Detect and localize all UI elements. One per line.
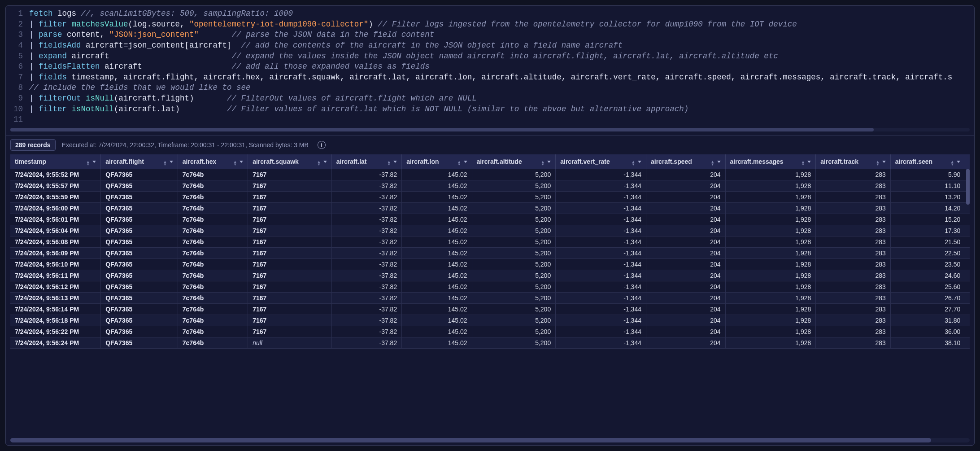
chevron-down-icon[interactable] [717,161,721,163]
cell-squawk: 7167 [248,247,332,258]
column-header-squawk[interactable]: aircraft.squawk▲▼ [248,154,332,169]
chevron-down-icon[interactable] [957,161,960,163]
code-line[interactable]: | fieldsAdd aircraft=json_content[aircra… [29,40,969,51]
sort-icon[interactable]: ▲▼ [163,161,167,166]
results-table-scroll[interactable]: timestamp▲▼aircraft.flight▲▼aircraft.hex… [10,154,970,436]
cell-vert_rate: -1,344 [556,236,646,247]
table-row[interactable]: 7/24/2024, 9:56:13 PMQFA73657c764b7167-3… [10,292,970,303]
cell-squawk: 7167 [248,270,332,281]
chevron-down-icon[interactable] [464,161,467,163]
record-count-pill[interactable]: 289 records [10,139,56,151]
column-header-hex[interactable]: aircraft.hex▲▼ [178,154,248,169]
code-line[interactable]: | expand aircraft // expand the values i… [29,51,969,62]
token-cmt: //, scanLimitGBytes: 500, samplingRatio:… [81,9,293,18]
cell-track: 283 [816,247,890,258]
chevron-down-icon[interactable] [393,161,397,163]
sort-icon[interactable]: ▲▼ [801,161,805,166]
column-header-speed[interactable]: aircraft.speed▲▼ [646,154,725,169]
column-label: aircraft.lon [406,158,439,165]
line-number: 5 [6,51,23,62]
chevron-down-icon[interactable] [638,161,641,163]
cell-track: 283 [816,180,890,191]
code-line[interactable]: | parse content, "JSON:json_content" // … [29,30,969,40]
table-row[interactable]: 7/24/2024, 9:56:18 PMQFA73657c764b7167-3… [10,315,970,326]
sort-icon[interactable]: ▲▼ [317,161,321,166]
table-row[interactable]: 7/24/2024, 9:56:11 PMQFA73657c764b7167-3… [10,270,970,281]
column-header-lon[interactable]: aircraft.lon▲▼ [402,154,472,169]
table-row[interactable]: 7/24/2024, 9:56:04 PMQFA73657c764b7167-3… [10,225,970,236]
code-line[interactable]: | filter matchesValue(log.source, "opent… [29,19,969,30]
table-row[interactable]: 7/24/2024, 9:56:08 PMQFA73657c764b7167-3… [10,236,970,247]
info-icon[interactable]: i [318,141,326,149]
cell-speed: 204 [646,281,725,292]
column-header-seen[interactable]: aircraft.seen▲▼ [890,154,965,169]
sort-icon[interactable]: ▲▼ [950,161,954,166]
column-header-altitude[interactable]: aircraft.altitude▲▼ [472,154,556,169]
code-line[interactable] [29,114,969,125]
table-row[interactable]: 7/24/2024, 9:56:14 PMQFA73657c764b7167-3… [10,303,970,315]
table-row[interactable]: 7/24/2024, 9:55:57 PMQFA73657c764b7167-3… [10,180,970,191]
cell-flight: QFA7365 [101,225,178,236]
table-row[interactable]: 7/24/2024, 9:55:59 PMQFA73657c764b7167-3… [10,191,970,202]
column-header-extra[interactable]: airc [965,154,970,169]
chevron-down-icon[interactable] [807,161,811,163]
chevron-down-icon[interactable] [547,161,551,163]
chevron-down-icon[interactable] [170,161,173,163]
table-row[interactable]: 7/24/2024, 9:56:01 PMQFA73657c764b7167-3… [10,214,970,225]
editor-scrollbar-thumb[interactable] [10,128,874,131]
table-row[interactable]: 7/24/2024, 9:56:00 PMQFA73657c764b7167-3… [10,202,970,214]
chevron-down-icon[interactable] [882,161,886,163]
code-area[interactable]: fetch logs //, scanLimitGBytes: 500, sam… [29,9,974,125]
cell-messages: 1,928 [725,180,816,191]
token-pl: (aircraft.lat) [114,105,227,114]
cell-timestamp: 7/24/2024, 9:56:00 PM [10,202,101,214]
column-header-flight[interactable]: aircraft.flight▲▼ [101,154,178,169]
sort-icon[interactable]: ▲▼ [457,161,461,166]
column-header-lat[interactable]: aircraft.lat▲▼ [331,154,401,169]
code-line[interactable]: | fieldsFlatten aircraft // add all thos… [29,61,969,72]
cell-lon: 145.02 [402,214,472,225]
sort-icon[interactable]: ▲▼ [541,161,544,166]
sort-icon[interactable]: ▲▼ [233,161,237,166]
column-header-track[interactable]: aircraft.track▲▼ [816,154,890,169]
code-line[interactable]: | fields timestamp, aircraft.flight, air… [29,72,969,83]
code-line[interactable]: | filterOut isNull(aircraft.flight) // F… [29,93,969,104]
cell-altitude: 5,200 [472,281,556,292]
sort-icon[interactable]: ▲▼ [632,161,635,166]
code-line[interactable]: fetch logs //, scanLimitGBytes: 500, sam… [29,9,969,19]
cell-seen: 13.20 [890,191,965,202]
chevron-down-icon[interactable] [92,161,96,163]
cell-seen: 36.00 [890,326,965,337]
table-row[interactable]: 7/24/2024, 9:56:12 PMQFA73657c764b7167-3… [10,281,970,292]
column-label: aircraft.seen [895,158,932,165]
editor-horizontal-scrollbar[interactable] [10,128,970,131]
sort-icon[interactable]: ▲▼ [711,161,714,166]
sort-icon[interactable]: ▲▼ [387,161,391,166]
column-header-messages[interactable]: aircraft.messages▲▼ [725,154,816,169]
table-row[interactable]: 7/24/2024, 9:56:10 PMQFA73657c764b7167-3… [10,258,970,270]
table-row[interactable]: 7/24/2024, 9:56:24 PMQFA73657c764bnull-3… [10,337,970,348]
vertical-scrollbar-thumb[interactable] [966,169,970,205]
query-editor[interactable]: 1234567891011 fetch logs //, scanLimitGB… [6,6,974,136]
table-row[interactable]: 7/24/2024, 9:56:09 PMQFA73657c764b7167-3… [10,247,970,258]
cell-messages: 1,928 [725,169,816,180]
token-cmt: // FilterOut values of aircraft.flight w… [227,94,477,103]
table-row[interactable]: 7/24/2024, 9:56:22 PMQFA73657c764b7167-3… [10,326,970,337]
cell-messages: 1,928 [725,315,816,326]
code-line[interactable]: // include the fields that we would like… [29,83,969,93]
cell-track: 283 [816,303,890,315]
table-row[interactable]: 7/24/2024, 9:55:52 PMQFA73657c764b7167-3… [10,169,970,180]
cell-seen: 21.50 [890,236,965,247]
table-horizontal-scrollbar[interactable] [10,438,970,442]
sort-icon[interactable]: ▲▼ [876,161,880,166]
column-header-vert_rate[interactable]: aircraft.vert_rate▲▼ [556,154,646,169]
code-line[interactable]: | filter isNotNull(aircraft.lat) // Filt… [29,104,969,115]
sort-icon[interactable]: ▲▼ [86,161,90,166]
chevron-down-icon[interactable] [240,161,243,163]
cell-vert_rate: -1,344 [556,337,646,348]
cell-lon: 145.02 [402,236,472,247]
cell-messages: 1,928 [725,303,816,315]
chevron-down-icon[interactable] [323,161,327,163]
column-header-timestamp[interactable]: timestamp▲▼ [10,154,101,169]
table-scrollbar-thumb[interactable] [10,438,931,442]
